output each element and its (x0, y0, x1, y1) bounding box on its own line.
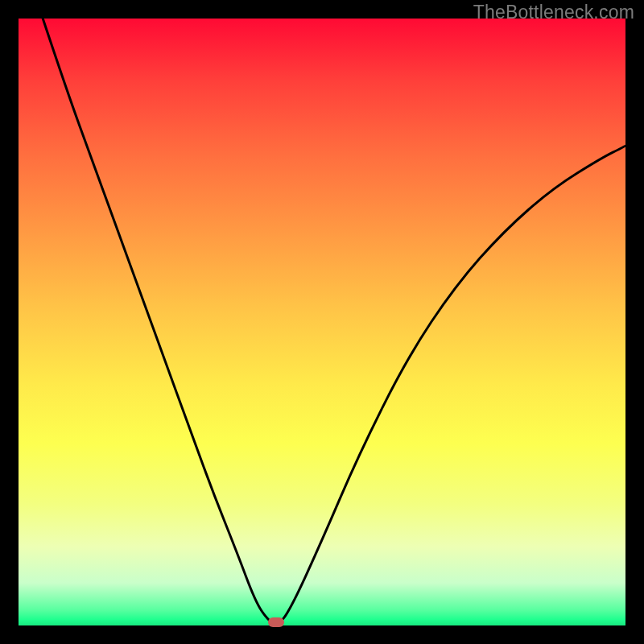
plot-area (19, 19, 625, 625)
watermark-text: TheBottleneck.com (473, 2, 634, 23)
optimal-point-marker (268, 617, 284, 627)
bottleneck-curve (19, 19, 625, 625)
chart-frame: TheBottleneck.com (0, 0, 644, 644)
